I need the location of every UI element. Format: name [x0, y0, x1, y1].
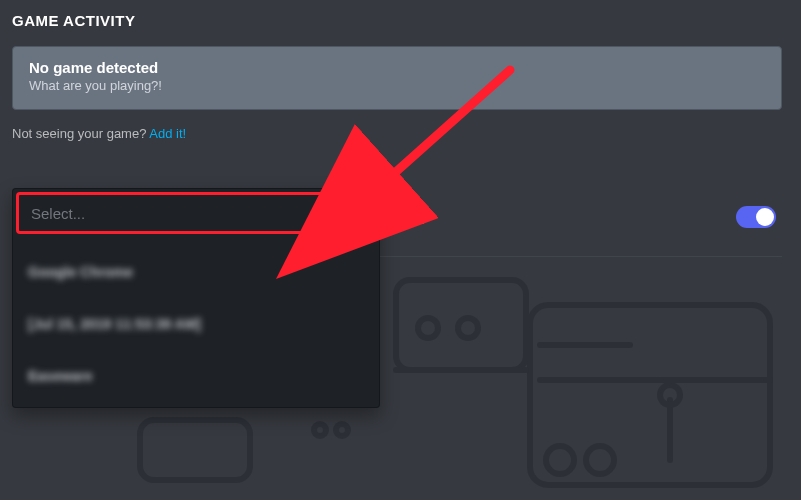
svg-rect-11 [140, 420, 250, 480]
list-item[interactable]: Easeware [12, 350, 380, 402]
game-select-placeholder: Select... [31, 205, 85, 222]
helper-text: Not seeing your game? [12, 126, 146, 141]
svg-point-5 [546, 446, 574, 474]
add-it-link[interactable]: Add it! [149, 126, 186, 141]
svg-rect-1 [396, 280, 526, 370]
no-game-subtitle: What are you playing?! [29, 78, 765, 93]
list-item[interactable]: Google Chrome [12, 246, 380, 298]
status-toggle[interactable] [736, 206, 776, 228]
no-game-title: No game detected [29, 59, 765, 76]
game-select-list: Google Chrome [Jul 15, 2019 11:53:39 AM]… [12, 246, 380, 402]
no-game-card: No game detected What are you playing?! [12, 46, 782, 110]
list-item[interactable]: [Jul 15, 2019 11:53:39 AM] [12, 298, 380, 350]
svg-point-3 [458, 318, 478, 338]
svg-point-2 [418, 318, 438, 338]
game-select-dropdown[interactable]: Select... Google Chrome [Jul 15, 2019 11… [12, 188, 380, 408]
svg-point-13 [336, 424, 348, 436]
helper-line: Not seeing your game? Add it! [12, 126, 186, 141]
status-message-fragment: sage. [388, 210, 425, 227]
svg-rect-0 [530, 305, 770, 485]
page-title: GAME ACTIVITY [12, 12, 135, 29]
svg-point-6 [586, 446, 614, 474]
game-select-control[interactable]: Select... [16, 192, 374, 234]
svg-point-12 [314, 424, 326, 436]
chevron-down-icon [345, 205, 359, 222]
toggle-knob [756, 208, 774, 226]
svg-point-8 [660, 385, 680, 405]
